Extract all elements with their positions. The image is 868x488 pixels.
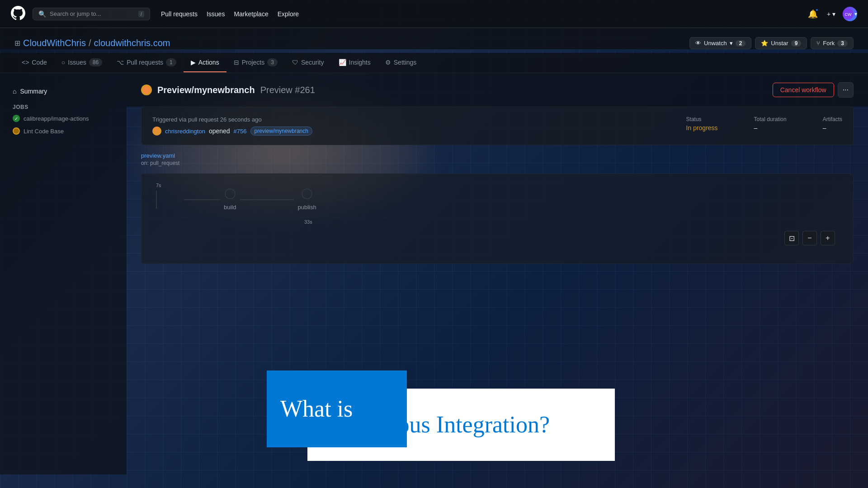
flow-duration-33s: 33s (304, 219, 312, 225)
pr-badge: 1 (166, 58, 176, 66)
breadcrumb-separator: / (89, 38, 91, 48)
workflow-actions: Cancel workflow ··· (773, 82, 854, 98)
sidebar: ⌂ Summary Jobs ✓ calibreapp/image-action… (0, 73, 127, 474)
fork-icon: ⑂ (816, 40, 820, 47)
cancel-workflow-button[interactable]: Cancel workflow (773, 83, 834, 97)
trigger-description: Triggered via pull request 26 seconds ag… (152, 116, 686, 123)
job-calibreapp[interactable]: ✓ calibreapp/image-actions (7, 112, 119, 125)
status-success-icon: ✓ (13, 115, 20, 122)
home-icon: ⌂ (13, 88, 16, 95)
nav-pull-requests[interactable]: Pull requests (161, 9, 198, 19)
artifacts-stat: Artifacts – (823, 116, 842, 131)
workflow-run-number: Preview #261 (260, 85, 315, 95)
tab-code[interactable]: <> Code (14, 53, 54, 72)
duration-stat: Total duration – (754, 116, 787, 131)
repo-name-link[interactable]: cloudwithchris.com (94, 38, 170, 48)
workflow-header: Preview/mynewbranch Preview #261 Cancel … (127, 73, 868, 107)
status-label: Status (686, 116, 718, 122)
search-placeholder: Search or jump to... (50, 10, 101, 17)
fork-button[interactable]: ⑂ Fork 3 (811, 37, 854, 49)
info-panel: Triggered via pull request 26 seconds ag… (141, 107, 854, 145)
workflow-file-link[interactable]: preview.yaml (141, 152, 175, 159)
issues-icon: ○ (61, 59, 65, 66)
tab-security[interactable]: 🛡 Security (285, 53, 331, 72)
workflow-trigger: on: pull_request (141, 160, 854, 166)
search-slash: / (138, 11, 144, 17)
avatar[interactable]: CW ▾ (843, 7, 857, 21)
pr-icon: ⌥ (117, 59, 124, 66)
projects-badge: 3 (267, 58, 278, 66)
github-logo[interactable] (11, 6, 25, 22)
artifacts-label: Artifacts (823, 116, 842, 122)
flow-duration-7s: 7s (156, 183, 161, 188)
tab-settings[interactable]: ⚙ Settings (378, 53, 424, 72)
sidebar-summary-label: Summary (20, 88, 47, 95)
svg-text:CW: CW (845, 12, 852, 16)
fork-label: Fork (823, 40, 835, 47)
main-area: ⌂ Summary Jobs ✓ calibreapp/image-action… (0, 73, 868, 474)
create-button[interactable]: + ▾ (825, 9, 837, 19)
publish-status-circle (302, 188, 312, 199)
repo-owner-link[interactable]: CloudWithChris (23, 38, 86, 48)
star-count: 9 (791, 40, 802, 47)
repo-header: ⊞ CloudWithChris / cloudwithchris.com 👁 … (0, 28, 868, 49)
navbar-links: Pull requests Issues Marketplace Explore (161, 9, 299, 19)
duration-value: – (754, 124, 787, 131)
tab-issues[interactable]: ○ Issues 86 (54, 53, 109, 73)
tab-actions[interactable]: ▶ Actions (184, 53, 226, 72)
tab-projects[interactable]: ⊟ Projects 3 (226, 53, 285, 73)
job-lint[interactable]: Lint Code Base (7, 125, 119, 137)
search-box[interactable]: 🔍 Search or jump to... / (33, 8, 150, 20)
zoom-out-button[interactable]: − (802, 231, 817, 245)
nav-marketplace[interactable]: Marketplace (234, 9, 268, 19)
artifacts-value: – (823, 124, 842, 131)
overlay-blue-text: What is (280, 395, 353, 423)
build-status-circle (225, 188, 236, 199)
workflow-file-area: preview.yaml on: pull_request (141, 152, 854, 166)
job-calibreapp-label: calibreapp/image-actions (24, 115, 89, 122)
publish-label: publish (297, 204, 316, 211)
settings-icon: ⚙ (385, 59, 391, 66)
star-label: Unstar (771, 40, 788, 47)
more-options-button[interactable]: ··· (838, 82, 854, 98)
status-in-progress-icon (13, 127, 20, 135)
workflow-status-icon (141, 84, 152, 95)
tab-insights[interactable]: 📈 Insights (331, 53, 378, 72)
branch-tag: preview/mynewbranch (250, 127, 312, 136)
watch-button[interactable]: 👁 Unwatch ▾ 2 (689, 37, 751, 49)
search-icon: 🔍 (38, 10, 46, 18)
tab-pull-requests[interactable]: ⌥ Pull requests 1 (109, 53, 184, 73)
zoom-in-button[interactable]: + (821, 231, 835, 245)
nav-explore[interactable]: Explore (278, 9, 299, 19)
repo-tabs: <> Code ○ Issues 86 ⌥ Pull requests 1 ▶ … (0, 53, 868, 73)
flow-node-build[interactable]: build (224, 188, 236, 211)
issues-badge: 86 (89, 58, 102, 66)
eye-icon: 👁 (695, 40, 701, 47)
notifications-button[interactable]: 🔔 (806, 7, 820, 21)
build-label: build (224, 204, 236, 211)
content: Preview/mynewbranch Preview #261 Cancel … (127, 73, 868, 474)
navbar-right: 🔔 + ▾ CW ▾ (806, 7, 857, 21)
fit-diagram-button[interactable]: ⊡ (784, 231, 799, 245)
flow-area: 7s build publish 33s (141, 174, 854, 264)
overlay-blue-box: What is (267, 371, 407, 447)
actions-icon: ▶ (191, 59, 196, 66)
insights-icon: 📈 (339, 59, 346, 66)
workflow-title: Preview/mynewbranch (157, 85, 255, 95)
star-button[interactable]: ⭐ Unstar 9 (755, 37, 807, 49)
sidebar-summary[interactable]: ⌂ Summary (7, 84, 119, 99)
status-value: In progress (686, 124, 718, 131)
pr-link[interactable]: #756 (234, 128, 247, 135)
nav-issues[interactable]: Issues (207, 9, 225, 19)
watch-count: 2 (736, 40, 746, 47)
job-lint-label: Lint Code Base (24, 128, 64, 135)
info-stats: Status In progress Total duration – Arti… (686, 116, 842, 131)
info-left: Triggered via pull request 26 seconds ag… (152, 116, 686, 136)
opened-label: opened (209, 127, 230, 135)
flow-node-publish[interactable]: publish (297, 188, 316, 211)
diagram-controls: ⊡ − + (784, 231, 835, 245)
breadcrumb: ⊞ CloudWithChris / cloudwithchris.com (14, 38, 170, 48)
user-link[interactable]: chrisreddington (165, 128, 205, 135)
projects-icon: ⊟ (234, 59, 239, 66)
star-icon: ⭐ (761, 40, 768, 47)
